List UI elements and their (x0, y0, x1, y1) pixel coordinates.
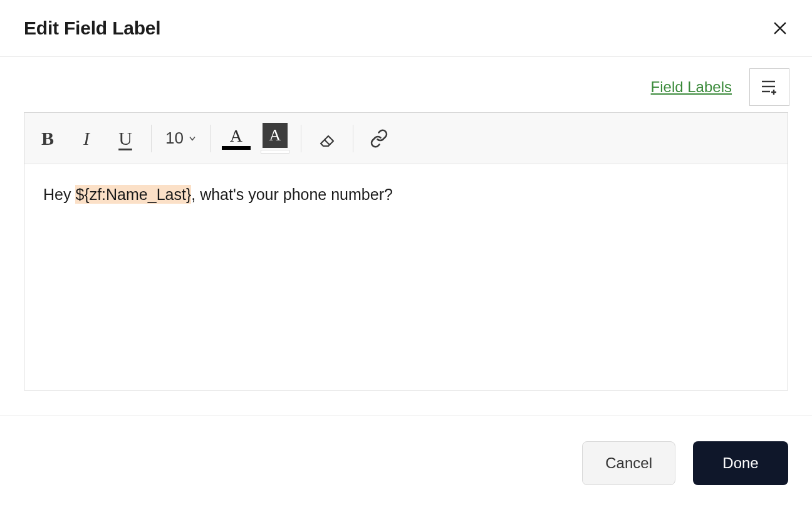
insert-field-button[interactable] (749, 68, 789, 106)
cancel-button[interactable]: Cancel (582, 441, 675, 485)
editor-line: Hey ${zf:Name_Last}, what's your phone n… (43, 183, 769, 207)
bg-color-letter: A (269, 126, 281, 145)
text-after: , what's your phone number? (191, 186, 393, 203)
link-icon (370, 129, 388, 148)
done-button[interactable]: Done (693, 441, 788, 485)
link-button[interactable] (360, 119, 398, 158)
toolbar-separator (151, 125, 152, 152)
bg-color-swatch (261, 150, 289, 154)
modal-header: Edit Field Label (0, 0, 812, 57)
italic-button[interactable]: I (67, 119, 106, 158)
close-icon (771, 19, 789, 37)
editor-toolbar: B I U 10 A (24, 113, 788, 164)
editor-textarea[interactable]: Hey ${zf:Name_Last}, what's your phone n… (24, 164, 788, 390)
edit-field-label-modal: Edit Field Label Field Labels B I U (0, 0, 812, 524)
bold-button[interactable]: B (28, 119, 67, 158)
eraser-icon (317, 130, 337, 147)
text-color-button[interactable]: A (217, 119, 256, 158)
toolbar-separator (210, 125, 211, 152)
text-color-swatch (222, 146, 251, 150)
clear-format-button[interactable] (308, 119, 346, 158)
text-color-letter: A (230, 127, 242, 145)
underline-button[interactable]: U (106, 119, 145, 158)
toolbar-separator (353, 125, 353, 152)
rich-text-editor: B I U 10 A (24, 112, 788, 390)
font-size-value: 10 (165, 128, 184, 148)
chevron-down-icon (189, 136, 196, 141)
merge-token: ${zf:Name_Last} (75, 185, 191, 204)
text-before: Hey (43, 186, 75, 203)
svg-line-7 (325, 140, 330, 145)
toolbar-separator (301, 125, 301, 152)
field-labels-link[interactable]: Field Labels (651, 78, 732, 96)
modal-footer: Cancel Done (0, 416, 812, 510)
modal-title: Edit Field Label (24, 18, 161, 39)
close-button[interactable] (771, 19, 789, 38)
background-color-button[interactable]: A (256, 119, 294, 158)
bg-color-box: A (263, 123, 288, 148)
list-plus-icon (760, 79, 779, 95)
font-size-dropdown[interactable]: 10 (158, 128, 204, 148)
editor-topbar: Field Labels (0, 57, 812, 112)
